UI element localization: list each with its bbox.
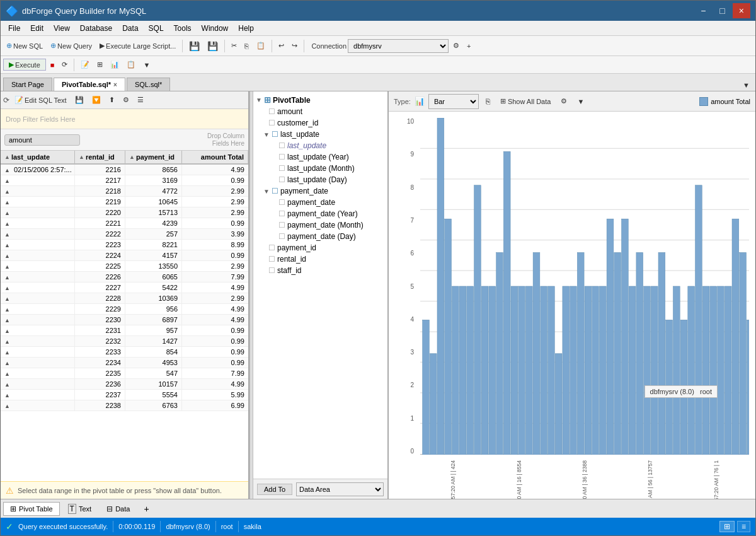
chart-bar[interactable] [622,219,629,455]
expand-btn[interactable]: ▲ [4,403,10,409]
chart-bar[interactable] [474,185,481,455]
btab-data[interactable]: ⊟ Data [100,502,137,516]
chart-bar[interactable] [724,286,731,455]
save-all-button[interactable]: 💾 [204,39,221,53]
chart-menu-button[interactable]: ▼ [574,96,587,107]
table-row[interactable]: ▲ 2226 6065 7.99 [1,272,248,283]
chart-bar[interactable] [585,286,592,455]
save-button[interactable]: 💾 [186,39,203,53]
chart-bar[interactable] [696,185,702,455]
table-row[interactable]: ▲ 2219 10645 2.99 [1,197,248,207]
expand-btn[interactable]: ▲ [4,253,10,259]
chart-bar[interactable] [445,219,452,455]
redo-button[interactable]: ↪ [289,40,301,52]
add-to-button[interactable]: Add To [257,484,292,495]
expand-btn[interactable]: ▲ [4,349,10,356]
table-row[interactable]: ▲ 2230 6897 4.99 [1,315,248,325]
th-amount-total[interactable]: amount Total [182,151,248,163]
chart-bar[interactable] [629,286,636,455]
expand-btn[interactable]: ▲ [4,360,10,366]
new-query-button[interactable]: ⊕ New Query [47,40,95,52]
expand-btn[interactable]: ▲ [4,382,10,388]
expand-btn[interactable]: ▲ [4,231,10,238]
cut-button[interactable]: ✂ [228,40,240,52]
btab-add[interactable]: + [138,501,154,516]
new-sql-button[interactable]: ⊕ New SQL [3,40,46,52]
chart-type-select[interactable]: Bar Line Pie [428,94,479,109]
chart-bar[interactable] [518,286,525,455]
tree-node-payment-date[interactable]: ☐ payment_date [253,197,387,208]
chart-bar[interactable] [607,219,614,455]
tree-node-payment-date-group[interactable]: ▼ ☐ payment_date [253,185,387,197]
table-row[interactable]: ▲ 2223 8221 8.99 [1,240,248,250]
pivot-list-button[interactable]: ☰ [134,94,147,106]
tree-node-staff-id[interactable]: ☐ staff_id [253,265,387,276]
chart-bar[interactable] [555,354,562,455]
view-mode-button1[interactable]: ⊞ [719,521,735,532]
data-area-select[interactable]: Data Area Row Area Column Area Filter Ar… [296,482,384,496]
tab-pivot-table[interactable]: PivotTable.sql* × [54,78,125,91]
table-row[interactable]: ▲ 2231 957 0.99 [1,325,248,336]
tree-root[interactable]: ▼ ⊞ PivotTable [253,94,387,106]
expand-btn[interactable]: ▲ [4,189,10,195]
table-row[interactable]: ▲ 2225 13550 2.99 [1,261,248,272]
chart-bar[interactable] [503,151,510,455]
connection-select[interactable]: dbfmysrv [348,39,449,53]
chart-bar[interactable] [599,286,606,455]
tree-node-customer-id[interactable]: ☐ customer_id [253,117,387,129]
connection-add-button[interactable]: + [464,40,474,52]
expand-btn[interactable]: ▲ [4,264,10,270]
chart-bar[interactable] [541,286,547,455]
chart-bar[interactable] [533,253,540,455]
tab-start-page[interactable]: Start Page [3,78,52,91]
chart-button[interactable]: 📊 [107,59,122,71]
expand-btn[interactable]: ▲ [4,296,10,302]
chart-bar[interactable] [614,253,621,455]
tree-node-payment-date-year[interactable]: ☐ payment_date (Year) [253,208,387,219]
amount-field-pill[interactable]: amount [4,134,80,146]
btab-pivot-table[interactable]: ⊞ Pivot Table [3,502,60,516]
chart-bar[interactable] [740,253,747,455]
table-row[interactable]: ▲ 2238 6763 6.99 [1,400,248,411]
menu-tools[interactable]: Tools [169,23,197,34]
chart-copy-button[interactable]: ⎘ [483,95,493,108]
menu-data[interactable]: Data [117,23,143,34]
show-all-data-button[interactable]: ⊞ Show All Data [497,95,554,107]
chart-bar[interactable] [688,286,695,455]
expand-btn[interactable]: ▲ [4,167,10,173]
expand-btn[interactable]: ▲ [4,306,10,313]
menu-sql[interactable]: SQL [144,23,169,34]
expand-btn[interactable]: ▲ [4,371,10,377]
chart-bar[interactable] [437,118,444,455]
chart-bar[interactable] [563,286,570,455]
copy-button[interactable]: ⎘ [241,40,252,52]
table-row[interactable]: ▲ 2222 257 3.99 [1,229,248,240]
expand-btn[interactable]: ▲ [4,317,10,323]
expand-btn[interactable]: ▲ [4,242,10,248]
pivot-save-button[interactable]: 💾 [72,94,87,106]
menu-view[interactable]: View [49,23,75,34]
more-button[interactable]: ▼ [140,59,153,71]
chart-bar[interactable] [636,253,643,455]
tree-node-rental-id[interactable]: ☐ rental_id [253,253,387,265]
chart-bar[interactable] [718,286,724,455]
tree-node-last-update-group[interactable]: ▼ ☐ last_update [253,129,387,140]
tree-node-last-update-month[interactable]: ☐ last_update (Month) [253,163,387,174]
menu-database[interactable]: Database [75,23,117,34]
expand-btn[interactable]: ▲ [4,210,10,216]
table-row[interactable]: ▲ 2224 4157 0.99 [1,250,248,261]
chart-bar[interactable] [452,286,459,455]
chart-bar[interactable] [496,253,503,455]
pivot-filter-button[interactable]: 🔽 [89,94,104,106]
expand-btn[interactable]: ▲ [4,199,10,206]
tab-sql[interactable]: SQL.sql* [127,78,170,91]
grid-button[interactable]: ⊞ [94,59,106,71]
connection-settings-button[interactable]: ⚙ [450,40,462,52]
th-last-update[interactable]: ▲ last_update [1,151,75,163]
chart-bar[interactable] [511,286,518,455]
tree-node-last-update-year[interactable]: ☐ last_update (Year) [253,151,387,163]
maximize-button[interactable]: □ [713,3,731,18]
tab-pivot-close[interactable]: × [113,81,117,88]
tree-node-payment-id[interactable]: ☐ payment_id [253,242,387,253]
table-row[interactable]: ▲ 2236 10157 4.99 [1,379,248,390]
